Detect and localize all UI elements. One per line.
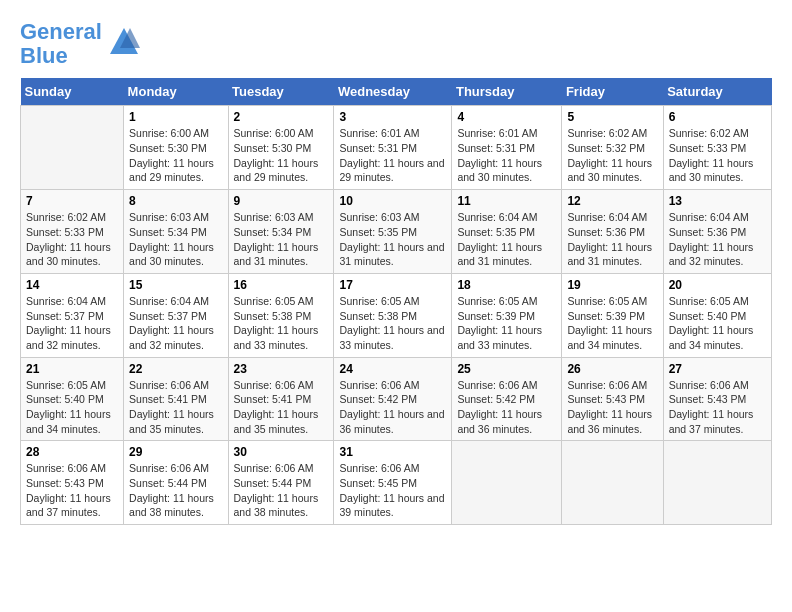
day-number: 26 — [567, 362, 657, 376]
day-info: Sunrise: 6:06 AM Sunset: 5:44 PM Dayligh… — [129, 461, 222, 520]
logo: General Blue — [20, 20, 140, 68]
day-info: Sunrise: 6:03 AM Sunset: 5:35 PM Dayligh… — [339, 210, 446, 269]
sunrise-text: Sunrise: 6:02 AM — [26, 211, 106, 223]
day-info: Sunrise: 6:06 AM Sunset: 5:41 PM Dayligh… — [234, 378, 329, 437]
weekday-header-monday: Monday — [124, 78, 228, 106]
daylight-text: Daylight: 11 hours and 34 minutes. — [567, 324, 652, 351]
calendar-cell — [452, 441, 562, 525]
logo-icon — [108, 26, 140, 62]
sunset-text: Sunset: 5:31 PM — [457, 142, 535, 154]
day-info: Sunrise: 6:06 AM Sunset: 5:45 PM Dayligh… — [339, 461, 446, 520]
day-info: Sunrise: 6:04 AM Sunset: 5:37 PM Dayligh… — [129, 294, 222, 353]
calendar-cell: 17 Sunrise: 6:05 AM Sunset: 5:38 PM Dayl… — [334, 273, 452, 357]
calendar-cell — [663, 441, 771, 525]
day-info: Sunrise: 6:00 AM Sunset: 5:30 PM Dayligh… — [129, 126, 222, 185]
calendar-cell: 23 Sunrise: 6:06 AM Sunset: 5:41 PM Dayl… — [228, 357, 334, 441]
calendar-cell: 1 Sunrise: 6:00 AM Sunset: 5:30 PM Dayli… — [124, 106, 228, 190]
sunrise-text: Sunrise: 6:06 AM — [129, 379, 209, 391]
sunrise-text: Sunrise: 6:00 AM — [129, 127, 209, 139]
day-number: 16 — [234, 278, 329, 292]
sunset-text: Sunset: 5:38 PM — [234, 310, 312, 322]
day-info: Sunrise: 6:00 AM Sunset: 5:30 PM Dayligh… — [234, 126, 329, 185]
calendar-cell: 29 Sunrise: 6:06 AM Sunset: 5:44 PM Dayl… — [124, 441, 228, 525]
calendar-cell: 10 Sunrise: 6:03 AM Sunset: 5:35 PM Dayl… — [334, 190, 452, 274]
sunrise-text: Sunrise: 6:06 AM — [26, 462, 106, 474]
weekday-header-friday: Friday — [562, 78, 663, 106]
daylight-text: Daylight: 11 hours and 35 minutes. — [129, 408, 214, 435]
day-number: 5 — [567, 110, 657, 124]
calendar-cell: 19 Sunrise: 6:05 AM Sunset: 5:39 PM Dayl… — [562, 273, 663, 357]
daylight-text: Daylight: 11 hours and 37 minutes. — [26, 492, 111, 519]
sunrise-text: Sunrise: 6:02 AM — [669, 127, 749, 139]
daylight-text: Daylight: 11 hours and 29 minutes. — [339, 157, 444, 184]
calendar-cell: 24 Sunrise: 6:06 AM Sunset: 5:42 PM Dayl… — [334, 357, 452, 441]
daylight-text: Daylight: 11 hours and 38 minutes. — [234, 492, 319, 519]
daylight-text: Daylight: 11 hours and 30 minutes. — [669, 157, 754, 184]
calendar-cell: 11 Sunrise: 6:04 AM Sunset: 5:35 PM Dayl… — [452, 190, 562, 274]
day-number: 19 — [567, 278, 657, 292]
day-number: 28 — [26, 445, 118, 459]
sunrise-text: Sunrise: 6:04 AM — [26, 295, 106, 307]
page-header: General Blue — [20, 20, 772, 68]
sunset-text: Sunset: 5:42 PM — [457, 393, 535, 405]
day-info: Sunrise: 6:06 AM Sunset: 5:43 PM Dayligh… — [669, 378, 766, 437]
sunset-text: Sunset: 5:43 PM — [26, 477, 104, 489]
daylight-text: Daylight: 11 hours and 31 minutes. — [567, 241, 652, 268]
day-info: Sunrise: 6:02 AM Sunset: 5:33 PM Dayligh… — [669, 126, 766, 185]
day-number: 9 — [234, 194, 329, 208]
calendar-cell: 4 Sunrise: 6:01 AM Sunset: 5:31 PM Dayli… — [452, 106, 562, 190]
day-number: 22 — [129, 362, 222, 376]
sunset-text: Sunset: 5:30 PM — [234, 142, 312, 154]
sunset-text: Sunset: 5:44 PM — [234, 477, 312, 489]
daylight-text: Daylight: 11 hours and 38 minutes. — [129, 492, 214, 519]
daylight-text: Daylight: 11 hours and 30 minutes. — [457, 157, 542, 184]
calendar-cell: 8 Sunrise: 6:03 AM Sunset: 5:34 PM Dayli… — [124, 190, 228, 274]
daylight-text: Daylight: 11 hours and 31 minutes. — [457, 241, 542, 268]
day-number: 3 — [339, 110, 446, 124]
daylight-text: Daylight: 11 hours and 33 minutes. — [234, 324, 319, 351]
daylight-text: Daylight: 11 hours and 30 minutes. — [26, 241, 111, 268]
sunset-text: Sunset: 5:45 PM — [339, 477, 417, 489]
calendar-week-1: 1 Sunrise: 6:00 AM Sunset: 5:30 PM Dayli… — [21, 106, 772, 190]
day-info: Sunrise: 6:06 AM Sunset: 5:41 PM Dayligh… — [129, 378, 222, 437]
calendar-cell: 12 Sunrise: 6:04 AM Sunset: 5:36 PM Dayl… — [562, 190, 663, 274]
day-number: 20 — [669, 278, 766, 292]
calendar-week-2: 7 Sunrise: 6:02 AM Sunset: 5:33 PM Dayli… — [21, 190, 772, 274]
daylight-text: Daylight: 11 hours and 30 minutes. — [567, 157, 652, 184]
sunrise-text: Sunrise: 6:00 AM — [234, 127, 314, 139]
calendar-cell: 30 Sunrise: 6:06 AM Sunset: 5:44 PM Dayl… — [228, 441, 334, 525]
day-info: Sunrise: 6:06 AM Sunset: 5:43 PM Dayligh… — [26, 461, 118, 520]
sunrise-text: Sunrise: 6:06 AM — [129, 462, 209, 474]
sunrise-text: Sunrise: 6:03 AM — [129, 211, 209, 223]
daylight-text: Daylight: 11 hours and 34 minutes. — [669, 324, 754, 351]
sunrise-text: Sunrise: 6:06 AM — [234, 379, 314, 391]
calendar-cell: 9 Sunrise: 6:03 AM Sunset: 5:34 PM Dayli… — [228, 190, 334, 274]
sunrise-text: Sunrise: 6:06 AM — [339, 462, 419, 474]
sunset-text: Sunset: 5:41 PM — [129, 393, 207, 405]
sunset-text: Sunset: 5:37 PM — [26, 310, 104, 322]
calendar-table: SundayMondayTuesdayWednesdayThursdayFrid… — [20, 78, 772, 525]
day-number: 14 — [26, 278, 118, 292]
sunrise-text: Sunrise: 6:05 AM — [457, 295, 537, 307]
calendar-cell: 3 Sunrise: 6:01 AM Sunset: 5:31 PM Dayli… — [334, 106, 452, 190]
sunrise-text: Sunrise: 6:01 AM — [339, 127, 419, 139]
calendar-cell: 20 Sunrise: 6:05 AM Sunset: 5:40 PM Dayl… — [663, 273, 771, 357]
sunset-text: Sunset: 5:39 PM — [457, 310, 535, 322]
daylight-text: Daylight: 11 hours and 36 minutes. — [567, 408, 652, 435]
daylight-text: Daylight: 11 hours and 39 minutes. — [339, 492, 444, 519]
daylight-text: Daylight: 11 hours and 29 minutes. — [234, 157, 319, 184]
sunrise-text: Sunrise: 6:06 AM — [234, 462, 314, 474]
logo-text: General Blue — [20, 20, 102, 68]
day-number: 27 — [669, 362, 766, 376]
weekday-header-sunday: Sunday — [21, 78, 124, 106]
sunset-text: Sunset: 5:32 PM — [567, 142, 645, 154]
day-info: Sunrise: 6:01 AM Sunset: 5:31 PM Dayligh… — [339, 126, 446, 185]
calendar-cell: 27 Sunrise: 6:06 AM Sunset: 5:43 PM Dayl… — [663, 357, 771, 441]
sunrise-text: Sunrise: 6:05 AM — [26, 379, 106, 391]
calendar-cell: 5 Sunrise: 6:02 AM Sunset: 5:32 PM Dayli… — [562, 106, 663, 190]
day-number: 13 — [669, 194, 766, 208]
day-number: 12 — [567, 194, 657, 208]
sunset-text: Sunset: 5:35 PM — [457, 226, 535, 238]
daylight-text: Daylight: 11 hours and 32 minutes. — [26, 324, 111, 351]
sunset-text: Sunset: 5:40 PM — [26, 393, 104, 405]
